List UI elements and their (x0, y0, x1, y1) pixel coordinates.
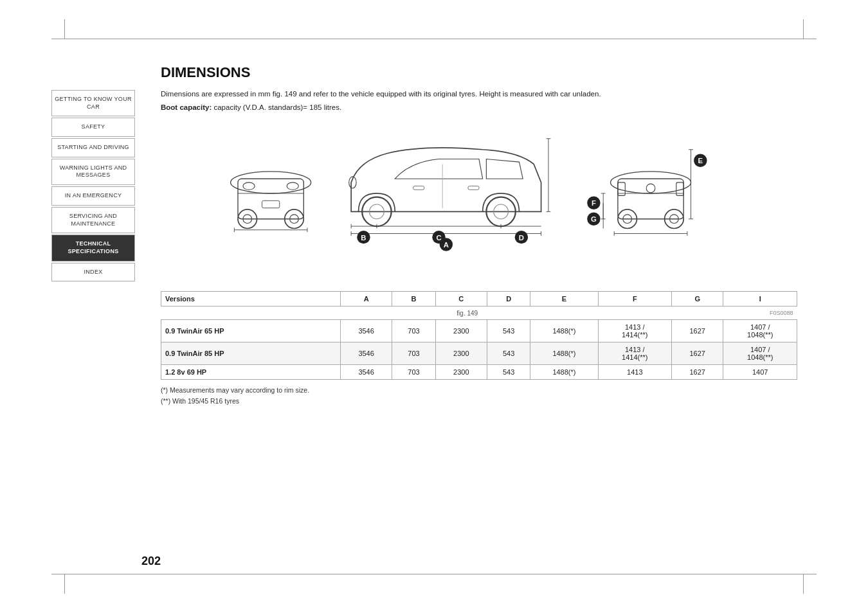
car-diagram-svg: A B C D (161, 124, 797, 285)
sidebar-item-technical-specs[interactable]: TECHNICAL SPECIFICATIONS (51, 235, 135, 261)
svg-point-8 (287, 182, 298, 190)
left-top-tick (64, 19, 65, 39)
svg-text:D: D (519, 234, 524, 242)
svg-rect-20 (468, 186, 479, 190)
col-header-i: I (723, 292, 797, 306)
right-top-tick (803, 19, 804, 39)
svg-rect-1 (238, 179, 303, 219)
sidebar-item-starting-driving[interactable]: STARTING AND DRIVING (51, 138, 135, 157)
svg-point-7 (243, 182, 255, 190)
col-header-a: A (340, 292, 392, 306)
svg-rect-9 (262, 201, 280, 208)
col-header-b: B (392, 292, 435, 306)
fig-code: F0S0088 (770, 310, 793, 316)
left-bottom-tick (64, 574, 65, 594)
col-header-e: E (530, 292, 598, 306)
col-header-c: C (435, 292, 487, 306)
svg-rect-39 (618, 179, 683, 219)
col-header-g: G (672, 292, 723, 306)
sidebar-item-servicing[interactable]: SERVICING AND MAINTENANCE (51, 207, 135, 233)
svg-text:A: A (444, 241, 449, 249)
sidebar-item-safety[interactable]: SAFETY (51, 118, 135, 137)
col-header-d: D (487, 292, 530, 306)
table-row: 0.9 TwinAir 85 HP354670323005431488(*)14… (161, 342, 797, 365)
svg-rect-19 (413, 186, 424, 190)
intro-text: Dimensions are expressed in mm fig. 149 … (161, 89, 797, 100)
svg-point-43 (646, 184, 655, 193)
main-content: DIMENSIONS Dimensions are expressed in m… (141, 39, 817, 574)
svg-text:G: G (591, 216, 597, 224)
car-diagram: A B C D (161, 124, 797, 285)
svg-text:F: F (592, 200, 596, 208)
dimensions-table: fig. 149 F0S0088 Versions A B C D E F G … (161, 291, 797, 380)
col-header-f: F (598, 292, 671, 306)
page-title: DIMENSIONS (161, 64, 797, 81)
boot-capacity-text: Boot capacity: capacity (V.D.A. standard… (161, 103, 797, 111)
table-row: 0.9 TwinAir 65 HP354670323005431488(*)14… (161, 320, 797, 342)
footnote-2: (**) With 195/45 R16 tyres (161, 396, 797, 407)
footnotes: (*) Measurements may vary according to r… (161, 385, 797, 407)
svg-point-0 (231, 172, 311, 193)
svg-text:B: B (361, 234, 366, 242)
svg-text:E: E (698, 157, 703, 165)
footnote-1: (*) Measurements may vary according to r… (161, 385, 797, 396)
sidebar-item-warning-lights[interactable]: WARNING LIGHTS AND MESSAGES (51, 159, 135, 185)
sidebar-item-getting-to-know[interactable]: GETTING TO KNOW YOUR CAR (51, 90, 135, 116)
svg-text:C: C (436, 234, 441, 242)
sidebar-item-index[interactable]: INDEX (51, 263, 135, 282)
fig-label: fig. 149 (457, 310, 478, 317)
table-row: 1.2 8v 69 HP354670323005431488(*)1413162… (161, 365, 797, 380)
page-number: 202 (141, 555, 161, 568)
sidebar-item-emergency[interactable]: IN AN EMERGENCY (51, 186, 135, 206)
sidebar: GETTING TO KNOW YOUR CAR SAFETY STARTING… (51, 39, 135, 574)
right-bottom-tick (803, 574, 804, 594)
col-header-versions: Versions (161, 292, 341, 306)
